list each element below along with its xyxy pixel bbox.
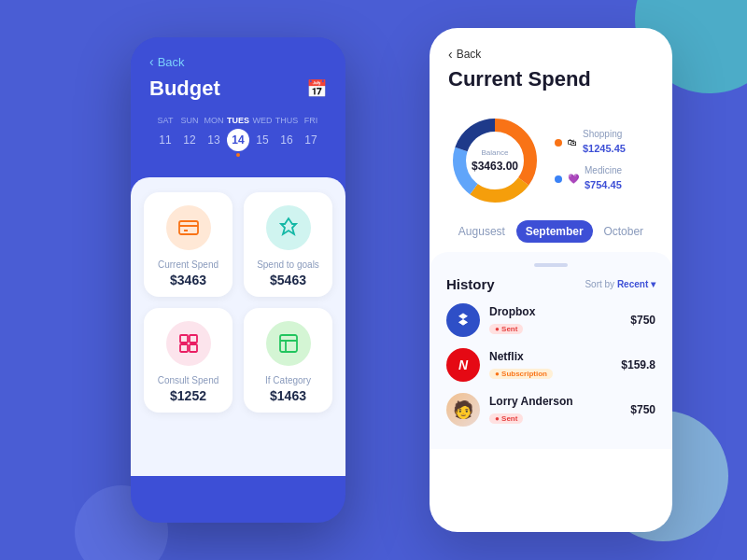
calendar-row: SAT 11 SUN 12 MON 13 TUES 14 WED 15: [149, 116, 327, 157]
history-item-dropbox[interactable]: Dropbox ● Sent $750: [446, 303, 655, 337]
lorry-amount: $750: [630, 403, 655, 416]
left-phone-header: ‹ Back Budget 📅 SAT 11 SUN 12 MON 13: [131, 37, 345, 170]
right-phone-header: ‹ Back Current Spend: [430, 28, 672, 114]
tab-october[interactable]: October: [594, 220, 653, 243]
current-spend-label: Current Spend: [158, 259, 218, 270]
dropbox-avatar: [446, 303, 480, 337]
right-back-arrow-icon: ‹: [448, 47, 453, 62]
sort-value: Recent ▾: [617, 279, 655, 289]
current-spend-icon: [166, 205, 211, 250]
svg-rect-5: [280, 335, 297, 352]
cal-day-mon[interactable]: MON 13: [202, 116, 226, 157]
svg-rect-0: [179, 221, 198, 234]
cal-active-dot: [236, 153, 240, 157]
if-category-label: If Category: [265, 375, 311, 385]
donut-section: Balance $3463.00 🛍 Shopping $1245.45 💜 M…: [430, 114, 672, 207]
legend-medicine-info: Medicine $754.45: [585, 165, 622, 192]
donut-chart: Balance $3463.00: [448, 114, 542, 207]
dropbox-info: Dropbox ● Sent: [489, 305, 621, 335]
right-phone: ‹ Back Current Spend Balance $3463: [430, 28, 672, 532]
left-back-link[interactable]: ‹ Back: [149, 54, 327, 69]
lorry-info: Lorry Anderson ● Sent: [489, 395, 621, 425]
cards-area: Current Spend $3463 Spend to goals $5463: [131, 177, 345, 476]
shopping-bag-icon: 🛍: [568, 137, 577, 147]
consult-spend-icon: [166, 321, 211, 366]
card-consult-spend[interactable]: Consult Spend $1252: [144, 308, 233, 413]
card-if-category[interactable]: If Category $1463: [244, 308, 332, 413]
drag-handle: [534, 263, 568, 267]
right-phone-title: Current Spend: [448, 67, 654, 91]
history-header: History Sort by Recent ▾: [446, 276, 655, 292]
left-phone-title: Budget: [149, 77, 220, 101]
dropbox-tag: ● Sent: [489, 324, 523, 334]
tab-september[interactable]: September: [516, 220, 593, 243]
if-category-icon: [266, 321, 311, 366]
history-panel: History Sort by Recent ▾ Dropbox ● Sent …: [430, 252, 672, 449]
right-back-label: Back: [457, 48, 482, 61]
tab-august[interactable]: Augusest: [449, 220, 514, 243]
netflix-amount: $159.8: [621, 358, 655, 371]
lorry-tag: ● Sent: [489, 413, 523, 424]
history-item-netflix[interactable]: N Netflix ● Subscription $159.8: [446, 348, 655, 382]
cal-day-fri[interactable]: FRI 17: [299, 116, 323, 157]
card-current-spend[interactable]: Current Spend $3463: [144, 192, 233, 297]
dropbox-amount: $750: [630, 314, 655, 327]
left-back-arrow-icon: ‹: [149, 54, 154, 69]
calendar-icon[interactable]: 📅: [306, 78, 327, 99]
svg-rect-2: [190, 335, 197, 343]
legend-shopping-dot: [555, 139, 562, 147]
legend-shopping-info: Shopping $1245.45: [583, 129, 626, 156]
donut-balance-label: Balance: [472, 148, 518, 157]
cal-day-sun[interactable]: SUN 12: [177, 116, 202, 157]
cal-day-sat[interactable]: SAT 11: [153, 116, 177, 157]
consult-spend-label: Consult Spend: [158, 375, 219, 385]
sort-label[interactable]: Sort by Recent ▾: [585, 279, 655, 289]
legend-medicine-dot: [555, 175, 562, 183]
right-back-link[interactable]: ‹ Back: [448, 47, 654, 62]
cal-day-tues[interactable]: TUES 14: [226, 116, 250, 157]
spend-goals-icon: [266, 205, 311, 250]
donut-balance-value: $3463.00: [472, 160, 518, 173]
left-phone: ‹ Back Budget 📅 SAT 11 SUN 12 MON 13: [131, 37, 345, 523]
spend-goals-label: Spend to goals: [257, 259, 319, 270]
if-category-value: $1463: [270, 388, 306, 403]
left-title-row: Budget 📅: [149, 77, 327, 101]
lorry-avatar: 🧑: [446, 393, 480, 427]
history-title: History: [446, 276, 495, 292]
legend-shopping: 🛍 Shopping $1245.45: [555, 129, 626, 156]
legend-medicine: 💜 Medicine $754.45: [555, 165, 626, 192]
netflix-info: Netflix ● Subscription: [489, 350, 612, 380]
left-back-label: Back: [158, 55, 185, 69]
month-tabs: Augusest September October: [430, 220, 672, 243]
history-item-lorry[interactable]: 🧑 Lorry Anderson ● Sent $750: [446, 393, 655, 427]
medicine-icon: 💜: [568, 174, 579, 184]
netflix-avatar: N: [446, 348, 480, 382]
donut-center: Balance $3463.00: [472, 148, 518, 174]
svg-rect-4: [190, 344, 197, 352]
svg-rect-1: [180, 335, 188, 343]
card-spend-goals[interactable]: Spend to goals $5463: [244, 192, 332, 297]
svg-rect-3: [180, 344, 188, 352]
donut-legend: 🛍 Shopping $1245.45 💜 Medicine $754.45: [555, 129, 626, 192]
cal-day-wed[interactable]: WED 15: [250, 116, 275, 157]
netflix-tag: ● Subscription: [489, 369, 553, 379]
cards-grid: Current Spend $3463 Spend to goals $5463: [144, 192, 332, 413]
spend-goals-value: $5463: [270, 273, 306, 287]
current-spend-value: $3463: [170, 273, 206, 287]
cal-day-thu[interactable]: THUS 16: [275, 116, 299, 157]
consult-spend-value: $1252: [170, 388, 206, 403]
